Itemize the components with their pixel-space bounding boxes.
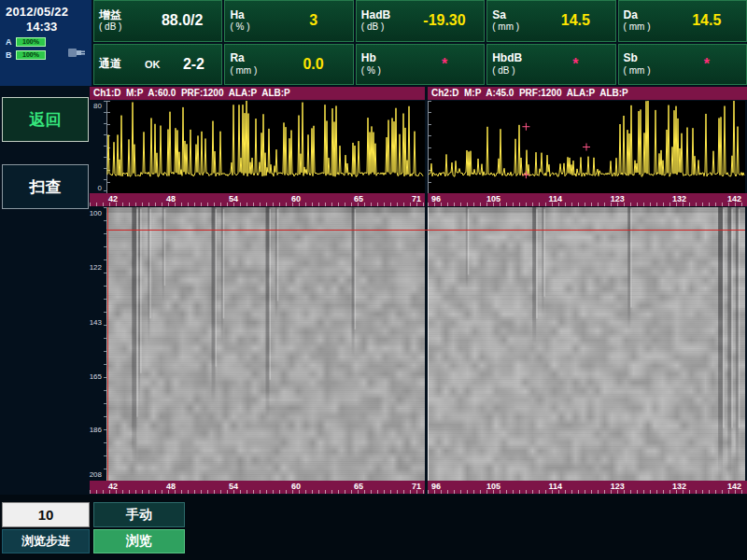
param-hadb-value: -19.30 <box>405 12 484 29</box>
browse-button[interactable]: 浏览 <box>93 529 185 553</box>
param-hb-label: Hb ( % ) <box>357 52 405 76</box>
param-channel-value: 2-2 <box>166 56 222 73</box>
param-sa-value: 14.5 <box>536 12 614 29</box>
param-hb-value: * <box>405 56 484 73</box>
time-text: 14:33 <box>0 19 92 34</box>
channel-status: OK <box>145 59 161 70</box>
manual-mode-button[interactable]: 手动 <box>93 502 185 527</box>
ruler-bottom-ch1: 4248 5460 6571 <box>90 481 425 494</box>
param-sb-label: Sb ( mm ) <box>619 52 668 76</box>
bscan-display-ch2 <box>428 207 745 481</box>
clock-panel: 2012/05/22 14:33 A 100% B 100% <box>0 0 92 86</box>
param-ha-value: 3 <box>274 12 352 29</box>
param-hadb[interactable]: HadB ( dB ) -19.30 <box>356 0 485 42</box>
back-button[interactable]: 返回 <box>2 97 89 142</box>
param-hbdb-value: * <box>536 56 614 73</box>
ut-flaw-detector-screen: 2012/05/22 14:33 A 100% B 100% 增益 ( dB ) <box>0 0 747 560</box>
ascan-display-ch1 <box>106 101 425 193</box>
param-gain[interactable]: 增益 ( dB ) 88.0/2 <box>93 0 222 42</box>
channel2-info-bar: Ch2:D M:P A:45.0 PRF:1200 ALA:P ALB:P <box>428 87 747 100</box>
probe-connector-icon <box>67 45 88 63</box>
ruler-top-ch2: 96105 114123 132142 <box>428 193 747 206</box>
param-hb[interactable]: Hb ( % ) * <box>356 44 485 86</box>
param-da-value: 14.5 <box>668 12 746 29</box>
browse-step-value[interactable]: 10 <box>2 502 90 527</box>
bscan-depth-axis: 100122 143165 186208 <box>90 207 106 481</box>
ascan-axis-top-label: 80 <box>93 102 102 110</box>
ascan-axis-bottom-label: 0 <box>98 184 102 192</box>
param-ha[interactable]: Ha ( % ) 3 <box>224 0 353 42</box>
param-ra-value: 0.0 <box>274 56 352 73</box>
date-text: 2012/05/22 <box>0 0 92 19</box>
param-sa-label: Sa ( mm ) <box>487 9 536 33</box>
channel1-info-bar: Ch1:D M:P A:60.0 PRF:1200 ALA:P ALB:P <box>90 87 425 100</box>
param-da[interactable]: Da ( mm ) 14.5 <box>618 0 747 42</box>
param-hbdb-label: HbdB ( dB ) <box>487 52 536 76</box>
param-da-label: Da ( mm ) <box>619 9 668 33</box>
scan-button[interactable]: 扫查 <box>2 164 89 209</box>
gate-depth-line <box>106 230 745 231</box>
param-channel-label: 通道 <box>94 58 143 71</box>
battery-b-gauge: 100% <box>16 50 46 60</box>
param-gain-label: 增益 ( dB ) <box>94 9 143 33</box>
param-ra-label: Ra ( mm ) <box>225 52 274 76</box>
param-gain-value: 88.0/2 <box>143 12 221 29</box>
param-ra[interactable]: Ra ( mm ) 0.0 <box>224 44 353 86</box>
param-sa[interactable]: Sa ( mm ) 14.5 <box>486 0 615 42</box>
param-ha-label: Ha ( % ) <box>225 9 274 33</box>
param-sb[interactable]: Sb ( mm ) * <box>618 44 747 86</box>
param-hbdb[interactable]: HbdB ( dB ) * <box>486 44 615 86</box>
browse-step-button[interactable]: 浏览步进 <box>2 529 90 553</box>
parameter-grid: 增益 ( dB ) 88.0/2 Ha ( % ) 3 HadB ( dB ) … <box>93 0 747 85</box>
ruler-top-ch1: 4248 5460 6571 <box>90 193 425 206</box>
param-hadb-label: HadB ( dB ) <box>357 9 405 33</box>
param-sb-value: * <box>668 56 746 73</box>
ruler-bottom-ch2: 96105 114123 132142 <box>428 481 747 494</box>
ascan-display-ch2 <box>428 101 745 193</box>
bscan-display-ch1 <box>106 207 425 481</box>
ascan-amplitude-axis: 80 0 <box>90 101 106 193</box>
battery-a-gauge: 100% <box>16 37 46 47</box>
battery-a-label: A <box>6 37 13 47</box>
battery-b-label: B <box>6 50 13 60</box>
scan-position-cursor <box>107 207 108 481</box>
param-channel[interactable]: 通道 OK 2-2 <box>93 44 222 86</box>
